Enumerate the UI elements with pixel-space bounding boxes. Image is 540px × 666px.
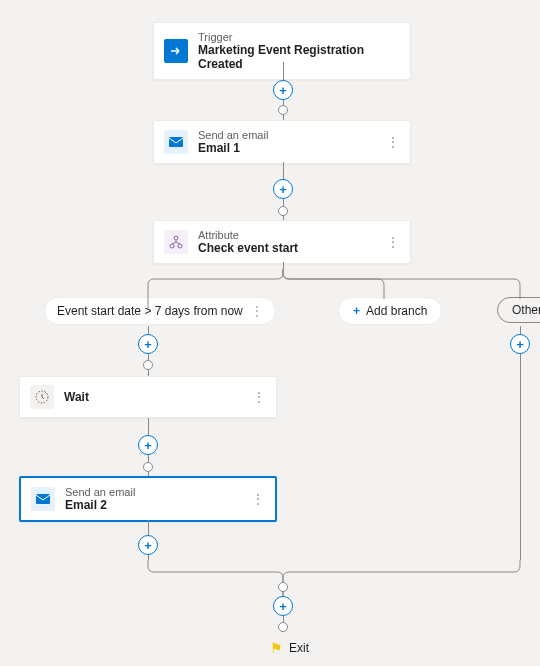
email-icon bbox=[31, 487, 55, 511]
node-dot bbox=[143, 360, 153, 370]
exit-label: ⚑ Exit bbox=[270, 640, 309, 656]
add-branch-label: Add branch bbox=[366, 304, 427, 318]
wait-title: Wait bbox=[64, 390, 89, 404]
node-dot bbox=[278, 105, 288, 115]
email2-label: Send an email bbox=[65, 486, 135, 498]
add-step-button[interactable]: + bbox=[510, 334, 530, 354]
add-branch-button[interactable]: + Add branch bbox=[338, 297, 442, 325]
email2-text: Send an email Email 2 bbox=[65, 486, 135, 512]
trigger-title: Marketing Event Registration Created bbox=[198, 43, 400, 71]
node-dot bbox=[278, 622, 288, 632]
wait-card[interactable]: Wait ⋮ bbox=[19, 376, 277, 418]
email2-title: Email 2 bbox=[65, 498, 135, 512]
email-icon bbox=[164, 130, 188, 154]
wait-text: Wait bbox=[64, 390, 89, 404]
add-step-button[interactable]: + bbox=[273, 179, 293, 199]
exit-text: Exit bbox=[289, 641, 309, 655]
node-dot bbox=[278, 582, 288, 592]
other-branch-label: Other bbox=[512, 303, 540, 317]
trigger-icon bbox=[164, 39, 188, 63]
more-icon[interactable]: ⋮ bbox=[386, 234, 400, 250]
trigger-label: Trigger bbox=[198, 31, 400, 43]
connector bbox=[520, 326, 521, 560]
email1-card[interactable]: Send an email Email 1 ⋮ bbox=[153, 120, 411, 164]
trigger-card[interactable]: Trigger Marketing Event Registration Cre… bbox=[153, 22, 411, 80]
attribute-card[interactable]: Attribute Check event start ⋮ bbox=[153, 220, 411, 264]
attribute-text: Attribute Check event start bbox=[198, 229, 298, 255]
attribute-icon bbox=[164, 230, 188, 254]
svg-rect-0 bbox=[169, 137, 183, 147]
email1-label: Send an email bbox=[198, 129, 268, 141]
trigger-text: Trigger Marketing Event Registration Cre… bbox=[198, 31, 400, 71]
attribute-label: Attribute bbox=[198, 229, 298, 241]
svg-point-2 bbox=[170, 244, 174, 248]
svg-point-1 bbox=[174, 236, 178, 240]
plus-icon: + bbox=[353, 304, 360, 318]
node-dot bbox=[278, 206, 288, 216]
connector bbox=[283, 262, 284, 269]
branch-merge bbox=[0, 560, 540, 596]
add-step-button[interactable]: + bbox=[273, 80, 293, 100]
more-icon[interactable]: ⋮ bbox=[251, 491, 265, 507]
flag-icon: ⚑ bbox=[270, 640, 283, 656]
other-branch-pill[interactable]: Other bbox=[497, 297, 540, 323]
branch-condition-pill[interactable]: Event start date > 7 days from now ⋮ bbox=[44, 297, 276, 325]
node-dot bbox=[143, 462, 153, 472]
wait-icon bbox=[30, 385, 54, 409]
svg-rect-5 bbox=[36, 494, 50, 504]
more-icon[interactable]: ⋮ bbox=[251, 304, 263, 318]
svg-point-3 bbox=[178, 244, 182, 248]
branch-condition-text: Event start date > 7 days from now bbox=[57, 304, 243, 318]
email1-title: Email 1 bbox=[198, 141, 268, 155]
add-step-button[interactable]: + bbox=[138, 535, 158, 555]
add-step-button[interactable]: + bbox=[273, 596, 293, 616]
more-icon[interactable]: ⋮ bbox=[386, 134, 400, 150]
email1-text: Send an email Email 1 bbox=[198, 129, 268, 155]
attribute-title: Check event start bbox=[198, 241, 298, 255]
more-icon[interactable]: ⋮ bbox=[252, 389, 266, 405]
email2-card[interactable]: Send an email Email 2 ⋮ bbox=[19, 476, 277, 522]
add-step-button[interactable]: + bbox=[138, 435, 158, 455]
add-step-button[interactable]: + bbox=[138, 334, 158, 354]
